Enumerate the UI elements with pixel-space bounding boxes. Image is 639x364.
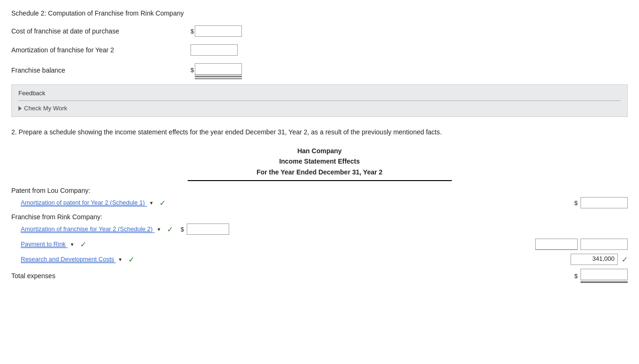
rnd-value-check: ✓ [622, 255, 628, 264]
patent-value-input[interactable] [581, 197, 628, 208]
company-header: Han Company Income Statement Effects For… [11, 146, 628, 177]
franchise-amort-dropdown[interactable]: Amortization of franchise for Year 2 (Sc… [21, 225, 155, 233]
amort-input-group [191, 44, 238, 56]
patent-dollar: $ [574, 199, 578, 207]
franchise-amort-inputs: $ [181, 223, 229, 235]
schedule2-section: Schedule 2: Computation of Franchise fro… [11, 9, 628, 77]
dollar-sign-2: $ [191, 66, 194, 74]
patent-dropdown-arrow: ▼ [149, 200, 154, 206]
amort-input[interactable] [191, 44, 238, 56]
balance-input[interactable] [195, 63, 242, 74]
company-name: Han Company [11, 146, 628, 156]
payment-rink-arrow: ▼ [70, 242, 75, 247]
balance-label: Franchise balance [11, 66, 191, 74]
total-label: Total expenses [11, 272, 55, 280]
cost-label: Cost of franchise at date of purchase [11, 27, 191, 35]
part2-instruction: 2. Prepare a schedule showing the income… [11, 127, 628, 137]
franchise-amort-check: ✓ [167, 225, 173, 234]
franchise-amort-dollar: $ [181, 226, 184, 233]
franchise-section-header: Franchise from Rink Company: [11, 213, 628, 221]
payment-rink-dropdown[interactable]: Payment to Rink [21, 240, 68, 248]
total-input-group: $ [574, 269, 628, 283]
rnd-value-display: 341,000 [571, 254, 618, 265]
balance-row: Franchise balance $ [11, 63, 628, 77]
cost-input[interactable] [195, 25, 242, 37]
amort-label: Amortization of franchise for Year 2 [11, 46, 191, 54]
balance-input-group: $ [191, 63, 242, 77]
payment-rink-inputs [535, 239, 628, 250]
feedback-title: Feedback [18, 90, 621, 97]
total-row: Total expenses $ [11, 269, 628, 283]
rnd-arrow: ▼ [118, 257, 123, 262]
patent-dropdown[interactable]: Amortization of patent for Year 2 (Sched… [21, 199, 147, 207]
payment-rink-sub-input[interactable] [535, 239, 578, 250]
payment-rink-dropdown-wrapper: Payment to Rink ▼ [21, 240, 75, 248]
payment-rink-row: Payment to Rink ▼ ✓ [21, 239, 628, 250]
schedule2-title: Schedule 2: Computation of Franchise fro… [11, 9, 628, 17]
income-table: Patent from Lou Company: Amortization of… [11, 187, 628, 283]
cost-input-group: $ [191, 25, 242, 37]
statement-type: Income Statement Effects [11, 156, 628, 166]
patent-row: Amortization of patent for Year 2 (Sched… [21, 197, 628, 208]
rnd-right-group: 341,000 ✓ [571, 254, 628, 265]
patent-section-header: Patent from Lou Company: [11, 187, 628, 194]
dollar-sign-1: $ [191, 28, 194, 35]
balance-underline [195, 63, 242, 77]
triangle-icon [18, 106, 22, 111]
cost-row: Cost of franchise at date of purchase $ [11, 25, 628, 37]
payment-rink-check: ✓ [80, 240, 86, 249]
franchise-amort-sub-input[interactable] [187, 223, 229, 235]
franchise-amort-dropdown-wrapper: Amortization of franchise for Year 2 (Sc… [21, 225, 161, 233]
feedback-panel: Feedback Check My Work [11, 84, 628, 117]
check-my-work-button[interactable]: Check My Work [18, 105, 621, 112]
franchise-amort-arrow: ▼ [157, 227, 161, 232]
rnd-dropdown[interactable]: Research and Development Costs [21, 256, 116, 263]
payment-rink-right-input[interactable] [581, 239, 628, 250]
header-underline [188, 180, 452, 181]
feedback-divider [18, 100, 621, 101]
rnd-costs-row: Research and Development Costs ▼ ✓ 341,0… [21, 254, 628, 265]
rnd-dropdown-wrapper: Research and Development Costs ▼ [21, 256, 123, 263]
total-dollar: $ [574, 273, 578, 280]
patent-right-group: $ [574, 197, 628, 208]
statement-period: For the Year Ended December 31, Year 2 [11, 167, 628, 177]
patent-dropdown-wrapper: Amortization of patent for Year 2 (Sched… [21, 199, 154, 207]
total-underline-wrapper [581, 269, 628, 283]
rnd-check: ✓ [128, 255, 134, 264]
total-input[interactable] [581, 269, 628, 280]
amort-row: Amortization of franchise for Year 2 [11, 44, 628, 56]
check-my-work-label: Check My Work [24, 105, 67, 112]
patent-check-icon: ✓ [159, 199, 166, 207]
franchise-amort-row: Amortization of franchise for Year 2 (Sc… [21, 223, 628, 235]
